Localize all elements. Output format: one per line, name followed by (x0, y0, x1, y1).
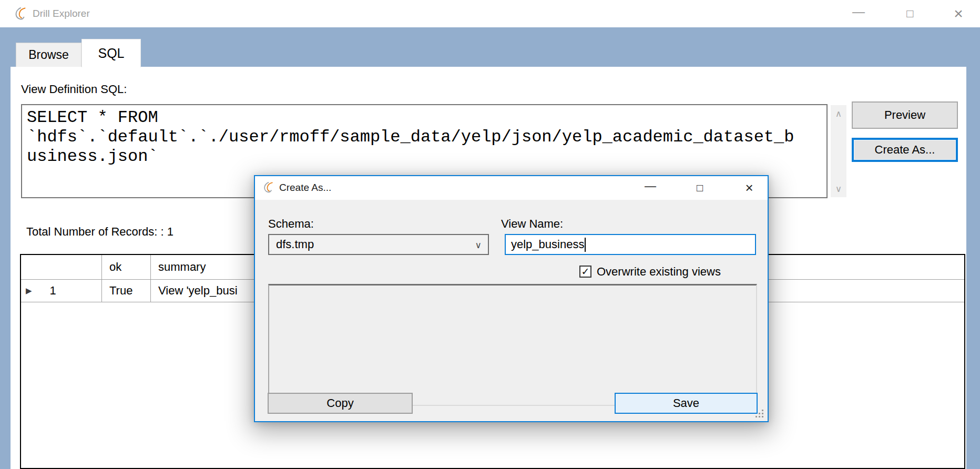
sql-line: SELECT * FROM (27, 108, 158, 127)
view-name-value: yelp_business (511, 238, 584, 251)
save-button[interactable]: Save (615, 393, 758, 414)
dialog-close-icon[interactable]: × (737, 176, 762, 200)
total-records-label: Total Number of Records: : 1 (26, 225, 173, 239)
tab-browse-label: Browse (28, 48, 69, 62)
sql-line: usiness.json` (27, 147, 158, 166)
scroll-up-icon[interactable]: ∧ (831, 106, 846, 121)
schema-label: Schema: (268, 217, 314, 231)
preview-button[interactable]: Preview (852, 101, 958, 129)
overwrite-checkbox-label: Overwrite existing views (597, 265, 721, 279)
dialog-title: Create As... (279, 182, 331, 193)
create-as-dialog: Create As... — □ × Schema: View Name: df… (254, 175, 769, 422)
tab-sql[interactable]: SQL (81, 39, 141, 67)
copy-button-label: Copy (326, 396, 353, 410)
drill-explorer-window: Drill Explorer — □ × Browse SQL View Def… (0, 0, 980, 469)
schema-dropdown[interactable]: dfs.tmp ∨ (268, 234, 489, 255)
text-cursor (585, 238, 586, 252)
view-name-label: View Name: (501, 217, 563, 231)
view-definition-sql-label: View Definition SQL: (21, 83, 127, 96)
drill-logo-icon (15, 7, 26, 22)
window-titlebar[interactable]: Drill Explorer — □ × (0, 0, 980, 27)
maximize-icon[interactable]: □ (894, 0, 926, 27)
sql-editor-scrollbar[interactable]: ∧ ∨ (831, 105, 846, 197)
drill-logo-icon (263, 181, 273, 195)
resize-grip[interactable] (756, 410, 765, 419)
create-as-button-label: Create As... (875, 143, 935, 157)
chevron-down-icon: ∨ (475, 240, 482, 251)
row-number: 1 (50, 284, 56, 298)
checkbox-check-icon: ✓ (581, 267, 590, 277)
preview-button-label: Preview (884, 108, 925, 122)
sql-line: `hdfs`.`default`.`./user/rmoff/sample_da… (27, 127, 794, 147)
table-header-ok[interactable]: ok (102, 255, 151, 279)
window-title: Drill Explorer (33, 8, 90, 19)
dialog-maximize-icon[interactable]: □ (687, 176, 712, 200)
scroll-down-icon[interactable]: ∨ (831, 181, 846, 196)
tab-browse[interactable]: Browse (16, 43, 81, 67)
overwrite-checkbox[interactable]: ✓ (579, 266, 591, 278)
output-message-area (268, 284, 757, 406)
table-cell-ok[interactable]: True (102, 280, 151, 302)
table-header-rowselector[interactable] (21, 255, 102, 279)
dialog-titlebar[interactable]: Create As... — □ × (255, 176, 768, 200)
schema-selected-value: dfs.tmp (276, 238, 314, 251)
row-marker-icon: ▶ (26, 286, 32, 295)
copy-button[interactable]: Copy (268, 393, 413, 414)
save-button-label: Save (673, 396, 699, 410)
close-icon[interactable]: × (942, 0, 975, 27)
table-cell-rownumber[interactable]: ▶ 1 (21, 280, 102, 302)
minimize-icon[interactable]: — (842, 0, 875, 27)
create-as-button[interactable]: Create As... (852, 138, 958, 162)
tab-sql-label: SQL (98, 46, 124, 61)
dialog-minimize-icon[interactable]: — (638, 176, 663, 200)
view-name-input[interactable]: yelp_business (505, 234, 756, 255)
